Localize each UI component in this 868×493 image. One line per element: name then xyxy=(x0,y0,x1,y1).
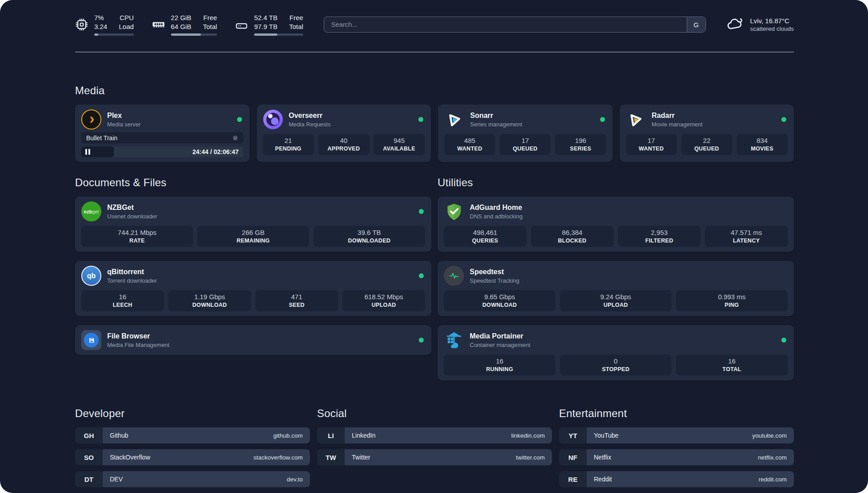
sonarr-card[interactable]: Sonarr Series management 485WANTED 17QUE… xyxy=(438,104,613,162)
pause-icon[interactable] xyxy=(85,149,90,155)
weather-location-temp: Lviv, 16.87°C xyxy=(750,17,794,25)
stat-tile: 0.993 msPING xyxy=(676,290,788,311)
disk-total-label: Total xyxy=(289,22,303,31)
stat-tile: 196SERIES xyxy=(555,134,606,155)
app-name: qBittorrent xyxy=(107,268,413,276)
bookmark-name: Reddit xyxy=(594,476,612,483)
cpu-icon xyxy=(75,18,88,31)
bookmark-twitter[interactable]: TW Twittertwitter.com xyxy=(317,449,552,465)
app-description: Container management xyxy=(470,342,776,348)
ram-free-label: Free xyxy=(203,13,217,22)
bookmark-name: Github xyxy=(110,432,128,439)
radarr-card[interactable]: Radarr Movie management 17WANTED 22QUEUE… xyxy=(620,104,794,162)
app-name: NZBGet xyxy=(107,204,413,212)
plex-icon xyxy=(81,109,101,130)
playback-time: 24:44 / 02:06:47 xyxy=(192,148,239,155)
status-dot xyxy=(781,117,786,122)
stat-tile: 39.6 TBDOWNLOADED xyxy=(313,226,425,247)
qbittorrent-card[interactable]: qb qBittorrent Torrent downloader 16LEEC… xyxy=(75,261,431,316)
status-dot xyxy=(419,273,424,278)
stat-tile: 1.19 GbpsDOWNLOAD xyxy=(168,290,251,311)
bookmark-netflix[interactable]: NF Netflixnetflix.com xyxy=(559,449,794,465)
adguard-card[interactable]: AdGuard Home DNS and adblocking 498,461Q… xyxy=(438,196,794,252)
plex-card[interactable]: Plex Media server Bullet Train xyxy=(75,104,250,162)
stat-tile: 17QUEUED xyxy=(500,134,551,155)
app-name: AdGuard Home xyxy=(470,204,788,212)
nzbget-icon: nzbget xyxy=(81,201,101,221)
search-engine-button[interactable]: G xyxy=(687,17,705,32)
bookmark-name: StackOverflow xyxy=(110,454,150,461)
bookmark-name: DEV xyxy=(110,476,123,483)
bookmark-url: github.com xyxy=(273,432,303,439)
portainer-card[interactable]: Media Portainer Container management 16R… xyxy=(438,325,794,380)
ram-total-label: Total xyxy=(203,22,217,31)
ram-icon xyxy=(152,18,165,31)
bookmark-dev[interactable]: DT DEVdev.to xyxy=(75,471,310,487)
bookmark-name: Twitter xyxy=(352,454,370,461)
cpu-percent: 7% xyxy=(94,13,107,22)
bookmark-name: LinkedIn xyxy=(352,432,376,439)
speedtest-card[interactable]: Speedtest Speedtest Tracking 9.65 GbpsDO… xyxy=(438,261,794,316)
status-dot xyxy=(418,117,423,122)
speedtest-icon xyxy=(444,266,464,286)
weather-widget: Lviv, 16.87°C scattered clouds xyxy=(726,15,794,34)
bookmark-reddit[interactable]: RE Redditreddit.com xyxy=(559,471,794,487)
stat-tile: 47.571 msLATENCY xyxy=(705,226,788,247)
bookmark-abbr: RE xyxy=(559,471,587,487)
bookmark-abbr: LI xyxy=(317,427,345,443)
cloud-icon xyxy=(726,15,744,34)
disk-total-value: 97.9 TB xyxy=(254,22,277,31)
media-section: Media Plex Media server Bullet Train xyxy=(75,84,794,162)
bookmark-stackoverflow[interactable]: SO StackOverflowstackoverflow.com xyxy=(75,449,310,465)
stat-tile: 9.24 GbpsUPLOAD xyxy=(560,290,672,311)
bookmark-github[interactable]: GH Githubgithub.com xyxy=(75,427,310,443)
nzbget-card[interactable]: nzbget NZBGet Usenet downloader 744.21 M… xyxy=(75,196,431,252)
stat-tile: 744.21 MbpsRATE xyxy=(81,226,193,247)
playback-progress-bar[interactable]: 24:44 / 02:06:47 xyxy=(81,146,243,157)
bookmark-linkedin[interactable]: LI LinkedInlinkedin.com xyxy=(317,427,552,443)
overseerr-icon xyxy=(263,109,283,130)
developer-section: Developer GH Githubgithub.com SO StackOv… xyxy=(75,407,310,487)
bookmark-url: dev.to xyxy=(287,476,303,483)
stat-tile: 266 GBREMAINING xyxy=(197,226,309,247)
stat-tile: 16TOTAL xyxy=(676,355,788,376)
qbittorrent-icon: qb xyxy=(81,266,101,286)
utilities-section: Utilities AdGuard Home xyxy=(438,176,794,380)
app-description: Series management xyxy=(470,121,594,128)
stat-tile: 498,461QUERIES xyxy=(444,226,526,247)
header: 7% 3.24 CPU Load xyxy=(75,13,794,36)
cpu-progress-fill xyxy=(94,33,98,36)
app-description: Media Requests xyxy=(289,121,413,128)
entertainment-section: Entertainment YT YouTubeyoutube.com NF N… xyxy=(559,407,794,487)
app-description: Media File Management xyxy=(107,342,413,348)
filebrowser-card[interactable]: File Browser Media File Management xyxy=(75,325,431,355)
now-playing-row: Bullet Train xyxy=(81,132,243,143)
stat-tile: 17WANTED xyxy=(626,134,677,155)
app-name: Media Portainer xyxy=(470,332,776,340)
filebrowser-icon xyxy=(81,330,101,350)
stat-tile: 22QUEUED xyxy=(681,134,732,155)
header-divider xyxy=(75,52,794,52)
disk-free-value: 52.4 TB xyxy=(254,13,277,22)
stat-tile: 9.65 GbpsDOWNLOAD xyxy=(444,290,555,311)
cpu-load-label: Load xyxy=(119,22,134,31)
bookmark-name: YouTube xyxy=(594,432,618,439)
overseerr-card[interactable]: Overseerr Media Requests 21PENDING 40APP… xyxy=(257,104,431,162)
documents-section: Documents & Files nzbget NZBGet Usenet d… xyxy=(75,176,431,380)
app-name: File Browser xyxy=(107,332,413,340)
app-name: Radarr xyxy=(652,112,776,120)
weather-condition: scattered clouds xyxy=(750,25,794,32)
app-description: Torrent downloader xyxy=(107,277,413,284)
bookmark-youtube[interactable]: YT YouTubeyoutube.com xyxy=(559,427,794,443)
settings-gear-icon[interactable] xyxy=(232,134,239,142)
search-input[interactable] xyxy=(324,17,706,33)
social-section-title: Social xyxy=(317,407,552,420)
app-name: Overseerr xyxy=(289,112,413,120)
disk-icon xyxy=(235,18,248,31)
app-description: Usenet downloader xyxy=(107,213,413,220)
cpu-load-value: 3.24 xyxy=(94,22,107,31)
radarr-icon xyxy=(626,109,646,130)
stat-tile: 86,384BLOCKED xyxy=(531,226,613,247)
ram-stat: 22 GiB 64 GiB Free Total xyxy=(152,13,217,36)
stat-tile: 40APPROVED xyxy=(318,134,369,155)
